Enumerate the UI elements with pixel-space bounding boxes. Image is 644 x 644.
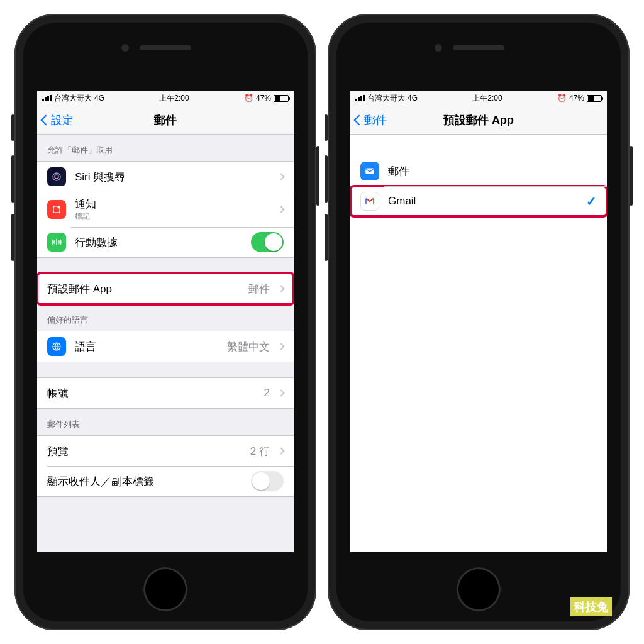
show-cc-toggle[interactable] [251,471,284,491]
chevron-right-icon [277,447,284,454]
preview-label: 預覽 [47,444,242,458]
notifications-icon [47,200,66,219]
mail-app-icon [360,162,379,180]
back-label: 郵件 [364,113,387,128]
option-mail-label: 郵件 [388,164,597,179]
screen-mail-settings: 台湾大哥大 4G 上午2:00 ⏰ 47% 設定 郵件 允許「郵件」取用 [37,91,294,552]
phone-frame-left: 台湾大哥大 4G 上午2:00 ⏰ 47% 設定 郵件 允許「郵件」取用 [14,14,316,630]
option-gmail[interactable]: Gmail ✓ [350,186,607,216]
accounts-label: 帳號 [47,386,255,401]
siri-icon [47,167,66,186]
language-icon [47,337,66,356]
siri-label: Siri 與搜尋 [75,170,270,184]
language-label: 語言 [75,340,218,354]
preview-value: 2 行 [250,444,270,458]
status-bar: 台湾大哥大 4G 上午2:00 ⏰ 47% [37,91,294,106]
row-language[interactable]: 語言 繁體中文 [37,331,294,362]
battery-pct: 47% [569,94,584,103]
status-time: 上午2:00 [159,93,189,104]
battery-icon [274,95,289,102]
row-preview[interactable]: 預覽 2 行 [37,436,294,466]
chevron-right-icon [277,389,284,396]
section-list-header: 郵件列表 [37,409,294,435]
alarm-icon: ⏰ [244,94,253,103]
option-gmail-label: Gmail [388,195,577,208]
status-time: 上午2:00 [472,93,502,104]
signal-icon [42,95,52,101]
chevron-left-icon [41,114,52,125]
signal-icon [355,95,365,101]
back-button[interactable]: 郵件 [355,106,387,134]
watermark: 科技兔 [570,597,612,616]
section-pref-header: 偏好的語言 [37,304,294,331]
svg-point-1 [55,175,58,179]
alarm-icon: ⏰ [557,94,567,103]
checkmark-icon: ✓ [586,194,597,209]
back-button[interactable]: 設定 [42,106,74,134]
chevron-left-icon [354,114,365,125]
chevron-right-icon [277,173,284,180]
screen-default-mail-app: 台湾大哥大 4G 上午2:00 ⏰ 47% 郵件 預設郵件 App [350,91,607,552]
accounts-value: 2 [264,387,270,399]
nav-bar: 設定 郵件 [37,106,294,135]
page-title: 郵件 [154,113,177,128]
network-label: 4G [94,94,104,103]
row-notifications[interactable]: 通知 標記 [37,192,294,227]
battery-pct: 47% [256,94,271,103]
home-button[interactable] [457,567,501,611]
row-siri[interactable]: Siri 與搜尋 [37,162,294,192]
notifications-label: 通知 [75,197,270,211]
row-default-mail-app[interactable]: 預設郵件 App 郵件 [37,274,294,304]
cellular-toggle[interactable] [251,232,284,252]
network-label: 4G [408,94,418,103]
row-accounts[interactable]: 帳號 2 [37,378,294,408]
default-mail-app-value: 郵件 [248,282,270,296]
cellular-label: 行動數據 [75,235,242,250]
default-mail-app-label: 預設郵件 App [47,282,240,296]
svg-point-0 [53,173,60,180]
svg-point-3 [58,206,61,209]
notifications-sublabel: 標記 [75,211,270,222]
status-bar: 台湾大哥大 4G 上午2:00 ⏰ 47% [350,91,607,106]
home-button[interactable] [143,567,187,611]
page-title: 預設郵件 App [443,113,514,128]
language-value: 繁體中文 [227,340,270,354]
carrier-label: 台湾大哥大 [367,93,405,104]
chevron-right-icon [277,285,284,292]
phone-frame-right: 台湾大哥大 4G 上午2:00 ⏰ 47% 郵件 預設郵件 App [328,14,630,630]
nav-bar: 郵件 預設郵件 App [350,106,607,135]
row-cellular[interactable]: 行動數據 [37,227,294,257]
battery-icon [587,95,602,102]
back-label: 設定 [51,113,74,128]
chevron-right-icon [277,206,284,213]
carrier-label: 台湾大哥大 [54,93,92,104]
option-mail[interactable]: 郵件 [350,156,607,186]
chevron-right-icon [277,343,284,350]
cellular-icon [47,233,66,252]
row-show-cc[interactable]: 顯示收件人／副本標籤 [37,466,294,496]
show-cc-label: 顯示收件人／副本標籤 [47,474,242,489]
gmail-app-icon [360,192,379,211]
section-allow-header: 允許「郵件」取用 [37,135,294,161]
